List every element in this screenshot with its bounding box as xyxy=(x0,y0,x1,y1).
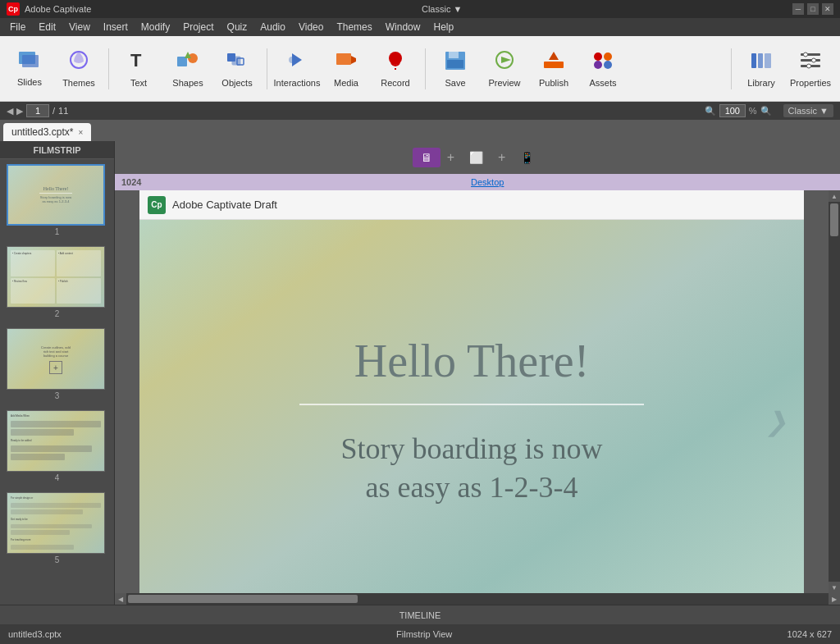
menu-window[interactable]: Window xyxy=(379,20,427,34)
close-button[interactable]: ✕ xyxy=(822,3,833,15)
themes-button[interactable]: Themes xyxy=(56,41,102,97)
tab-label: untitled3.cptx* xyxy=(11,126,73,138)
scroll-up-button[interactable]: ▲ xyxy=(829,190,840,202)
menu-insert[interactable]: Insert xyxy=(97,20,135,34)
svg-point-24 xyxy=(594,61,602,69)
scroll-thumb-vertical[interactable] xyxy=(830,203,838,236)
slide-number-4: 4 xyxy=(7,472,107,486)
ruler-bar: 1024 Desktop xyxy=(115,174,840,190)
zoom-input[interactable] xyxy=(719,104,746,117)
slide-number-5: 5 xyxy=(7,554,107,568)
svg-rect-28 xyxy=(765,53,771,68)
canvas-area: 🖥 + ⬜ + 📱 1024 Desktop Cp Ado xyxy=(115,141,840,605)
desktop-icon: 🖥 xyxy=(421,151,432,164)
save-button[interactable]: Save xyxy=(432,41,478,97)
nav-next-icon[interactable]: ▶ xyxy=(16,106,23,116)
slides-button[interactable]: Slides xyxy=(7,41,52,97)
publish-button[interactable]: Publish xyxy=(531,41,577,97)
menu-themes[interactable]: Themes xyxy=(330,20,378,34)
menu-project[interactable]: Project xyxy=(176,20,220,34)
objects-button[interactable]: Objects xyxy=(214,41,260,97)
menu-video[interactable]: Video xyxy=(292,20,330,34)
scroll-track-horizontal[interactable] xyxy=(126,593,829,605)
save-icon xyxy=(444,50,467,75)
slide-next-arrow[interactable]: ❯ xyxy=(765,404,788,438)
svg-point-10 xyxy=(289,57,295,63)
svg-rect-1 xyxy=(22,55,39,67)
svg-point-25 xyxy=(604,61,612,69)
tab-close-button[interactable]: × xyxy=(78,128,83,137)
menu-view[interactable]: View xyxy=(62,20,97,34)
canvas-scroll-area: Cp Adobe Captivate Draft Hello There! St… xyxy=(115,190,840,593)
menu-file[interactable]: File xyxy=(3,20,32,34)
themes-icon xyxy=(67,50,90,75)
assets-label: Assets xyxy=(589,78,616,88)
app-logo: Cp xyxy=(7,2,20,16)
desktop-link[interactable]: Desktop xyxy=(141,177,833,187)
menu-quiz[interactable]: Quiz xyxy=(221,20,254,34)
save-label: Save xyxy=(445,78,465,88)
record-button[interactable]: Record xyxy=(372,41,418,97)
add-device-1-button[interactable]: + xyxy=(442,147,459,168)
text-button[interactable]: T Text xyxy=(116,41,162,97)
properties-icon xyxy=(799,50,822,75)
scroll-right-button[interactable]: ▶ xyxy=(829,593,840,605)
publish-icon xyxy=(542,50,565,75)
menu-audio[interactable]: Audio xyxy=(253,20,292,34)
scroll-thumb-horizontal[interactable] xyxy=(128,595,358,603)
filmstrip-slide-1[interactable]: Hello There! Story boarding is nowas eas… xyxy=(0,159,114,241)
filmstrip-header: FILMSTRIP xyxy=(0,141,114,159)
preview-button[interactable]: Preview xyxy=(482,41,527,97)
mode-selector[interactable]: Classic ▼ xyxy=(422,4,462,14)
phone-device-button[interactable]: 📱 xyxy=(512,148,542,167)
menu-modify[interactable]: Modify xyxy=(135,20,176,34)
shapes-button[interactable]: Shapes xyxy=(165,41,211,97)
slide-number-input[interactable] xyxy=(26,104,49,117)
desktop-device-button[interactable]: 🖥 xyxy=(413,148,441,167)
zoom-in-icon[interactable]: 🔍 xyxy=(760,106,772,116)
scroll-left-button[interactable]: ◀ xyxy=(115,593,126,605)
mode-label: Classic ▼ xyxy=(783,104,833,117)
add-device-2-button[interactable]: + xyxy=(493,147,510,168)
filmstrip-slide-3[interactable]: Create outlines, addrich text and startb… xyxy=(0,323,114,405)
timeline-bar: TIMELINE xyxy=(0,605,840,624)
svg-rect-26 xyxy=(751,53,756,68)
filmstrip-slide-5[interactable]: For simple design or Get ready to be For… xyxy=(0,487,114,569)
canvas-width: 1024 xyxy=(121,177,141,187)
svg-rect-30 xyxy=(801,59,820,62)
menu-help[interactable]: Help xyxy=(427,20,460,34)
svg-point-23 xyxy=(604,53,612,61)
window-controls[interactable]: ─ □ ✕ xyxy=(792,3,833,15)
slide-thumb-3: Create outlines, addrich text and startb… xyxy=(7,328,105,390)
zoom-out-icon[interactable]: 🔍 xyxy=(705,106,716,116)
tablet-device-button[interactable]: ⬜ xyxy=(461,148,491,167)
assets-button[interactable]: Assets xyxy=(580,41,626,97)
library-icon xyxy=(750,50,773,75)
nav-prev-icon[interactable]: ◀ xyxy=(7,106,13,116)
tablet-icon: ⬜ xyxy=(469,151,483,164)
interactions-button[interactable]: Interactions xyxy=(274,41,320,97)
vertical-scrollbar[interactable]: ▲ ▼ xyxy=(829,190,840,593)
library-button[interactable]: Library xyxy=(738,41,784,97)
media-button[interactable]: Media xyxy=(323,41,369,97)
timeline-label: TIMELINE xyxy=(399,610,441,620)
assets-icon xyxy=(591,50,614,75)
slide-divider xyxy=(299,404,644,405)
title-bar-mode[interactable]: Classic ▼ xyxy=(422,4,462,14)
scroll-down-button[interactable]: ▼ xyxy=(829,582,840,593)
separator-4 xyxy=(731,48,732,89)
properties-button[interactable]: Properties xyxy=(788,41,833,97)
total-slides: 11 xyxy=(58,106,68,116)
slide-header-bar: Cp Adobe Captivate Draft xyxy=(139,190,804,220)
slide-thumb-2: • Create chapters • Add content • Review… xyxy=(7,246,105,308)
scroll-track-vertical[interactable] xyxy=(829,202,840,582)
slide-content: Cp Adobe Captivate Draft Hello There! St… xyxy=(139,190,804,593)
filmstrip-slide-2[interactable]: • Create chapters • Add content • Review… xyxy=(0,241,114,323)
active-tab[interactable]: untitled3.cptx* × xyxy=(3,123,91,141)
horizontal-scrollbar[interactable]: ◀ ▶ xyxy=(115,593,840,605)
menu-edit[interactable]: Edit xyxy=(32,20,62,34)
minimize-button[interactable]: ─ xyxy=(792,3,804,15)
maximize-button[interactable]: □ xyxy=(807,3,819,15)
svg-rect-20 xyxy=(544,62,564,68)
filmstrip-slide-4[interactable]: Add Media When Ready to be added 4 xyxy=(0,405,114,487)
